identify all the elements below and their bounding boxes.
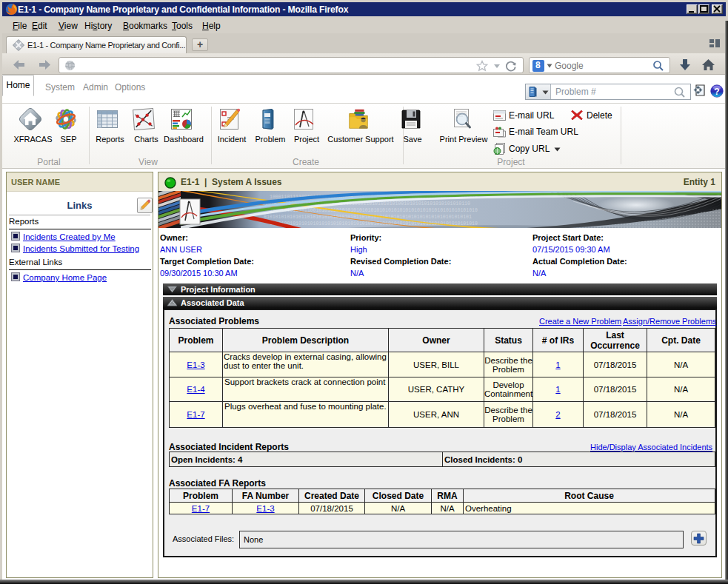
svg-text:?: ? [714,87,719,97]
